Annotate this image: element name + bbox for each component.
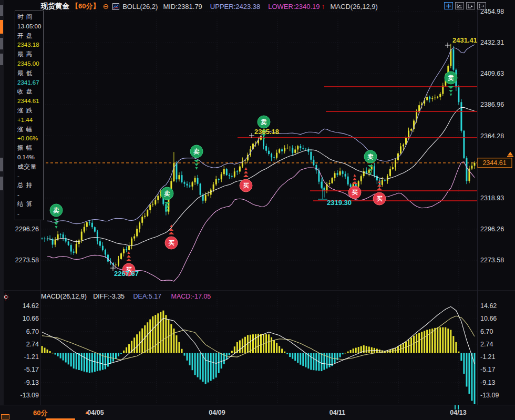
chart-type-icon[interactable]: [112, 3, 119, 10]
info-label-9: 总 持: [17, 181, 43, 190]
period-selector[interactable]: 【60分】: [71, 2, 99, 11]
info-label-0: 时 间: [17, 13, 43, 22]
svg-text:买: 买: [352, 189, 358, 196]
svg-text:买: 买: [376, 196, 383, 202]
boll-lower-value: LOWER:2340.19: [268, 3, 320, 11]
info-value-4: 2344.61: [17, 97, 43, 106]
histogram-overflow-tick: [458, 405, 459, 409]
svg-text:2318.93: 2318.93: [480, 194, 504, 202]
date-label: 04/13: [450, 409, 466, 416]
panel-next-icon[interactable]: [466, 2, 475, 9]
macd-macd-value: MACD:-17.05: [171, 293, 211, 300]
svg-text:10.66: 10.66: [23, 315, 39, 322]
macd-header: MACD(26,12,9) DIFF:-3.35 DEA:5.17 MACD:-…: [41, 293, 211, 300]
svg-text:2365.18: 2365.18: [254, 128, 279, 136]
info-value-7: 0.14%: [17, 153, 43, 162]
svg-text:卖: 卖: [163, 190, 170, 197]
ohlc-info-panel: 时 间13-05:00开 盘2343.18最 高2345.00最 低2341.6…: [15, 11, 44, 220]
strip-fragment-active: [0, 20, 3, 34]
date-label: 04/11: [329, 409, 346, 416]
drawn-level-lines[interactable]: [238, 87, 477, 201]
svg-text:14.62: 14.62: [480, 302, 497, 310]
info-label-8: 成交量: [17, 162, 43, 172]
pan-crosshair-icon[interactable]: [444, 2, 453, 9]
price-up-arrow-icon: ↑: [322, 2, 325, 11]
svg-text:2409.63: 2409.63: [480, 70, 504, 77]
info-label-6: 涨 幅: [17, 125, 43, 135]
corner-fragment: [1, 414, 9, 419]
info-value-8: -: [17, 172, 43, 181]
boll-indicator-label: BOLL(26,2): [122, 3, 158, 11]
svg-text:-1.21: -1.21: [480, 353, 496, 361]
date-label: 04/09: [209, 409, 225, 416]
info-value-2: 2345.00: [17, 59, 43, 69]
svg-text:-13.09: -13.09: [480, 392, 499, 399]
macd-dea-value: DEA:5.17: [133, 293, 162, 300]
buy-marker[interactable]: 买: [165, 224, 178, 249]
svg-text:-13.09: -13.09: [20, 392, 39, 399]
svg-text:-5.17: -5.17: [24, 366, 39, 373]
svg-text:6.70: 6.70: [480, 328, 493, 335]
svg-text:2296.26: 2296.26: [480, 226, 504, 233]
macd-indicator-label: MACD(26,12,9): [331, 3, 378, 11]
chart-header-bar: 现货黄金 【60分】 ⊖ BOLL(26,2) MID:2381.79 UPPE…: [41, 2, 378, 11]
symbol-title: 现货黄金: [41, 2, 69, 11]
svg-text:卖: 卖: [447, 75, 454, 81]
strip-fragment: [0, 5, 3, 16]
svg-text:卖: 卖: [193, 148, 200, 155]
svg-text:14.62: 14.62: [23, 302, 39, 310]
svg-text:买: 买: [168, 240, 174, 246]
strip-fragment: [0, 158, 3, 171]
svg-text:2432.31: 2432.31: [480, 39, 504, 46]
svg-text:2386.96: 2386.96: [480, 101, 504, 108]
boll-lower-line: [47, 162, 475, 281]
histogram-overflow-tick: [455, 405, 456, 409]
info-label-3: 最 低: [17, 69, 43, 78]
timeframe-tab-60min[interactable]: 60分: [33, 408, 47, 418]
info-value-5: +1.44: [17, 116, 43, 125]
svg-text:2273.58: 2273.58: [480, 257, 504, 264]
svg-text:-5.17: -5.17: [480, 366, 496, 373]
compare-minus-icon[interactable]: ⊖: [102, 2, 109, 11]
info-label-10: 结 算: [17, 200, 43, 209]
sell-marker[interactable]: 卖: [190, 145, 203, 170]
svg-text:6.70: 6.70: [26, 328, 39, 335]
svg-text:-9.13: -9.13: [24, 379, 39, 386]
info-label-2: 最 高: [17, 50, 43, 59]
svg-text:2296.26: 2296.26: [15, 226, 39, 233]
info-value-6: +0.06%: [17, 134, 43, 144]
macd-diff-value: DIFF:-3.35: [93, 293, 125, 300]
panel-exit-icon[interactable]: [477, 2, 486, 9]
svg-text:卖: 卖: [53, 207, 59, 214]
macd-params-label: MACD(26,12,9): [41, 293, 87, 300]
panel-layout-icon[interactable]: [455, 2, 464, 9]
svg-text:卖: 卖: [260, 119, 267, 126]
info-label-4: 收 盘: [17, 87, 43, 97]
info-value-0: 13-05:00: [17, 22, 43, 32]
boll-mid-value: MID:2381.79: [163, 3, 202, 11]
buy-marker[interactable]: 买: [373, 180, 386, 205]
svg-text:2364.28: 2364.28: [480, 132, 504, 140]
macd-histogram: [42, 311, 476, 404]
svg-text:2344.61: 2344.61: [482, 159, 506, 167]
strip-fragment: [0, 38, 3, 49]
svg-text:买: 买: [243, 182, 249, 189]
svg-text:2267.67: 2267.67: [114, 270, 139, 278]
info-value-1: 2343.18: [17, 40, 43, 50]
sell-marker[interactable]: 卖: [50, 204, 63, 229]
candlesticks: [42, 44, 476, 268]
info-label-5: 涨 跌: [17, 106, 43, 116]
svg-text:2.74: 2.74: [480, 341, 493, 348]
strip-fragment: [0, 177, 3, 190]
svg-text:-1.21: -1.21: [24, 353, 39, 361]
chart-toolbar: [444, 2, 486, 9]
svg-text:2431.41: 2431.41: [452, 36, 477, 44]
info-value-3: 2341.67: [17, 78, 43, 88]
trade-signal-markers: 卖卖卖卖卖卖买买买买买: [50, 71, 457, 276]
info-label-7: 振 幅: [17, 144, 43, 153]
buy-marker[interactable]: 买: [240, 167, 252, 192]
info-value-10: -: [17, 209, 43, 219]
chart-canvas[interactable]: 2344.61卖卖卖卖卖卖买买买买买2431.412365.182319.302…: [0, 0, 515, 420]
svg-text:2.74: 2.74: [26, 341, 39, 348]
svg-text:10.66: 10.66: [480, 315, 497, 322]
